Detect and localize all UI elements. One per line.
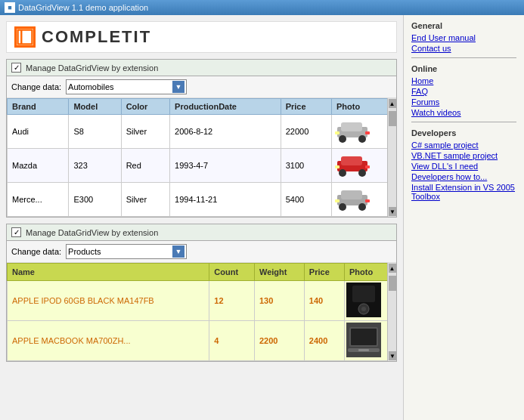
products-dropdown-arrow[interactable]: ▼ xyxy=(172,246,184,258)
prod-count: 4 xyxy=(209,321,255,361)
prod-col-weight: Weight xyxy=(254,264,304,281)
svg-point-5 xyxy=(358,135,366,143)
svg-rect-6 xyxy=(335,131,340,134)
svg-rect-28 xyxy=(358,349,369,351)
products-checkbox-label: Manage DataGridView by extension xyxy=(26,228,158,237)
logo-area: COMPLETIT xyxy=(6,21,397,53)
auto-model: E300 xyxy=(69,183,121,217)
svg-rect-13 xyxy=(365,165,370,168)
svg-point-4 xyxy=(339,135,346,143)
col-production-date: ProductionDate xyxy=(170,99,281,115)
prod-col-price: Price xyxy=(304,264,344,281)
col-brand: Brand xyxy=(8,99,69,115)
col-price: Price xyxy=(281,99,331,115)
svg-point-16 xyxy=(339,203,346,211)
prod-name: APPLE MACBOOK MA700ZH... xyxy=(8,321,209,361)
sidebar-link-end-user-manual[interactable]: End User manual xyxy=(411,33,516,42)
products-header-row: Name Count Weight Price Photo xyxy=(8,264,396,281)
prod-weight: 130 xyxy=(254,281,304,321)
products-control-row: Change data: Products ▼ xyxy=(7,241,396,263)
auto-row: Mazda 323 Red 1993-4-7 3100 xyxy=(8,149,396,183)
sidebar-link-vbnet-sample-project[interactable]: VB.NET sample project xyxy=(411,151,516,160)
svg-point-17 xyxy=(358,203,366,211)
products-section: ✓ Manage DataGridView by extension Chang… xyxy=(6,224,397,362)
prod-col-name: Name xyxy=(8,264,209,281)
svg-rect-15 xyxy=(341,190,362,199)
prod-name: APPLE IPOD 60GB BLACK MA147FB xyxy=(8,281,209,321)
products-section-header: ✓ Manage DataGridView by extension xyxy=(7,224,396,241)
auto-row: Merce... E300 Silver 1994-11-21 5400 xyxy=(8,183,396,217)
svg-point-23 xyxy=(361,307,366,311)
left-panel: COMPLETIT ✓ Manage DataGridView by exten… xyxy=(0,15,403,420)
automobiles-dropdown[interactable]: Automobiles ▼ xyxy=(66,79,187,94)
prod-col-count: Count xyxy=(209,264,255,281)
svg-point-11 xyxy=(358,169,366,177)
col-photo: Photo xyxy=(332,99,396,115)
products-dropdown-value: Products xyxy=(68,247,101,256)
automobiles-grid-wrapper: Brand Model Color ProductionDate Price P… xyxy=(7,98,396,217)
automobiles-dropdown-arrow[interactable]: ▼ xyxy=(172,81,184,93)
sidebar-section-title-general: General xyxy=(411,21,516,30)
sidebar-divider xyxy=(411,57,516,58)
automobiles-checkbox[interactable]: ✓ xyxy=(11,63,21,73)
prod-scrollbar[interactable]: ▲ ▼ xyxy=(387,263,396,361)
prod-weight: 2200 xyxy=(254,321,304,361)
sidebar-link-faq[interactable]: FAQ xyxy=(411,87,516,96)
automobiles-checkbox-label: Manage DataGridView by extension xyxy=(26,63,158,73)
products-grid-wrapper: Name Count Weight Price Photo APPLE IPOD… xyxy=(7,263,396,361)
svg-rect-3 xyxy=(341,122,362,131)
auto-brand: Merce... xyxy=(8,183,69,217)
auto-model: 323 xyxy=(69,149,121,183)
window-icon: ■ xyxy=(5,2,15,13)
sidebar-link-forums[interactable]: Forums xyxy=(411,97,516,107)
sidebar-link-developers-how-to[interactable]: Developers how to... xyxy=(411,172,516,181)
automobiles-section-header: ✓ Manage DataGridView by extension xyxy=(7,60,396,76)
sidebar-link-watch-videos[interactable]: Watch videos xyxy=(411,108,516,117)
products-table: Name Count Weight Price Photo APPLE IPOD… xyxy=(7,263,396,361)
sidebar-section-title-developers: Developers xyxy=(411,128,516,137)
sidebar-link-contact-us[interactable]: Contact us xyxy=(411,44,516,53)
sidebar-link-c-sample-project[interactable]: C# sample project xyxy=(411,141,516,150)
sidebar-link-install-extension-in-vs-2005-toolbox[interactable]: Install Extension in VS 2005 Toolbox xyxy=(411,183,516,201)
automobiles-change-label: Change data: xyxy=(11,82,61,91)
svg-rect-18 xyxy=(335,199,340,202)
auto-brand: Mazda xyxy=(8,149,69,183)
svg-point-10 xyxy=(339,169,346,177)
prod-price: 2400 xyxy=(304,321,344,361)
automobiles-section: ✓ Manage DataGridView by extension Chang… xyxy=(6,59,397,218)
right-sidebar: GeneralEnd User manualContact usOnlineHo… xyxy=(403,15,524,420)
sidebar-section-title-online: Online xyxy=(411,64,516,73)
auto-color: Silver xyxy=(121,115,169,149)
automobiles-control-row: Change data: Automobiles ▼ xyxy=(7,76,396,98)
prod-price: 140 xyxy=(304,281,344,321)
products-change-label: Change data: xyxy=(11,247,61,256)
svg-rect-7 xyxy=(365,131,370,134)
sidebar-link-view-dlls-i-need[interactable]: View DLL's I need xyxy=(411,162,516,171)
auto-date: 2006-8-12 xyxy=(170,115,281,149)
auto-row: Audi S8 Silver 2006-8-12 22000 xyxy=(8,115,396,149)
logo-bracket xyxy=(14,26,36,48)
auto-photo xyxy=(332,115,396,149)
logo-text: COMPLETIT xyxy=(42,27,151,47)
window-title: DataGridView 1.1 demo application xyxy=(18,3,148,12)
auto-scrollbar[interactable]: ▲ ▼ xyxy=(387,98,396,217)
automobiles-table: Brand Model Color ProductionDate Price P… xyxy=(7,98,396,217)
auto-price: 3100 xyxy=(281,149,331,183)
auto-date: 1993-4-7 xyxy=(170,149,281,183)
auto-date: 1994-11-21 xyxy=(170,183,281,217)
auto-model: S8 xyxy=(69,115,121,149)
col-color: Color xyxy=(121,99,169,115)
title-bar: ■ DataGridView 1.1 demo application xyxy=(0,0,524,15)
auto-color: Red xyxy=(121,149,169,183)
auto-photo xyxy=(332,149,396,183)
product-row: APPLE MACBOOK MA700ZH... 4 2200 2400 xyxy=(8,321,396,361)
products-dropdown[interactable]: Products ▼ xyxy=(66,244,187,259)
sidebar-link-home[interactable]: Home xyxy=(411,76,516,85)
auto-price: 22000 xyxy=(281,115,331,149)
products-checkbox[interactable]: ✓ xyxy=(11,227,21,237)
auto-brand: Audi xyxy=(8,115,69,149)
svg-rect-12 xyxy=(335,165,340,168)
auto-price: 5400 xyxy=(281,183,331,217)
svg-rect-0 xyxy=(18,30,33,45)
product-row: APPLE IPOD 60GB BLACK MA147FB 12 130 140 xyxy=(8,281,396,321)
